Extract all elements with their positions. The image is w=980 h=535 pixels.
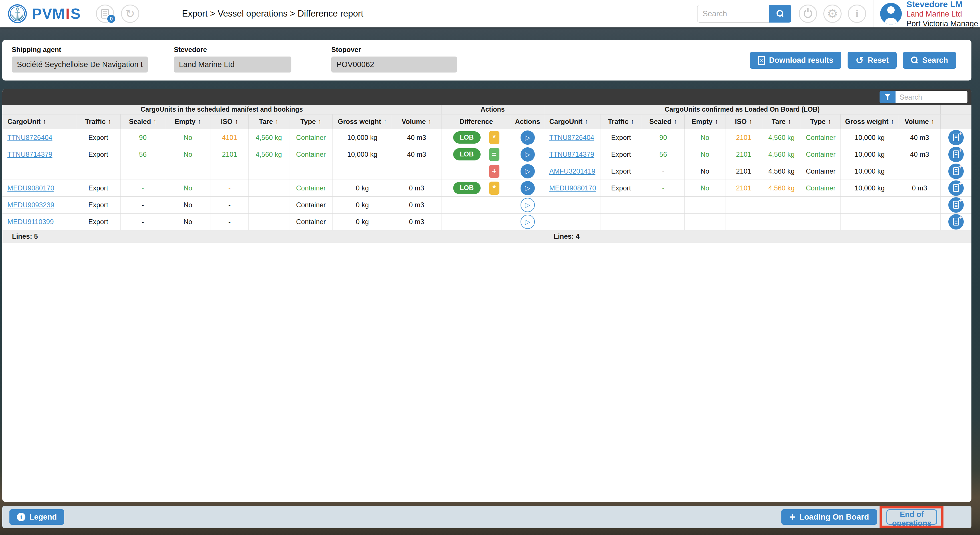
cell: 10,000 kg	[840, 146, 899, 163]
play-icon: ▷	[525, 167, 530, 175]
column-header-traffic[interactable]: Traffic↑	[600, 114, 642, 129]
cell	[642, 213, 684, 230]
group-header-actions: Actions	[441, 105, 544, 114]
notifications-button[interactable]: 0	[96, 5, 114, 23]
table-search-input[interactable]	[896, 91, 967, 103]
cell: 4,560 kg	[762, 146, 801, 163]
reset-button[interactable]: ↺ Reset	[848, 52, 897, 69]
cell	[899, 196, 940, 213]
process-row-button[interactable]: ▷	[520, 215, 535, 229]
cell: Export	[600, 180, 642, 196]
process-row-button[interactable]: ▷	[520, 131, 535, 145]
column-header-empty[interactable]: Empty↑	[165, 114, 211, 129]
process-row-button[interactable]: ▷	[520, 147, 535, 162]
lob-status-badge[interactable]: LOB	[453, 148, 480, 161]
column-header-sealed[interactable]: Sealed↑	[121, 114, 165, 129]
cargo-unit-link[interactable]: TTNU8726404	[8, 134, 52, 141]
settings-button[interactable]: ⚙	[823, 5, 842, 23]
column-header-iso[interactable]: ISO↑	[725, 114, 762, 129]
edit-cell: +	[940, 196, 971, 213]
cargo-unit-link[interactable]: MEDU9080170	[549, 184, 596, 192]
loading-on-board-button[interactable]: + Loading On Board	[781, 509, 877, 525]
sort-arrow-icon: ↑	[828, 118, 831, 125]
column-header-actions: Actions	[511, 114, 544, 129]
column-header-gross-weight[interactable]: Gross weight↑	[840, 114, 899, 129]
difference-equals-badge[interactable]: =	[489, 148, 500, 161]
shipping-agent-input[interactable]	[12, 57, 148, 73]
anchor-logo-icon: ⚓	[8, 4, 27, 23]
difference-cell	[441, 213, 511, 230]
cell	[840, 196, 899, 213]
process-row-button[interactable]: ▷	[520, 181, 535, 195]
cargo-unit-link[interactable]: AMFU3201419	[549, 167, 595, 175]
add-document-button[interactable]: +	[948, 214, 964, 229]
cell	[725, 196, 762, 213]
table-filter-button[interactable]	[880, 91, 896, 103]
global-search-button[interactable]	[769, 5, 791, 22]
info-button[interactable]: i	[848, 5, 866, 23]
cell: 0 kg	[333, 196, 392, 213]
add-document-button[interactable]: +	[948, 130, 964, 145]
cargo-unit-link[interactable]: MEDU9080170	[8, 184, 54, 192]
column-header-tare[interactable]: Tare↑	[248, 114, 290, 129]
column-header-iso[interactable]: ISO↑	[211, 114, 248, 129]
add-document-button[interactable]: +	[948, 164, 964, 179]
download-results-button[interactable]: x Download results	[750, 52, 841, 69]
play-icon: ▷	[525, 184, 530, 192]
column-header-cargounit[interactable]: CargoUnit↑	[2, 114, 76, 129]
cell	[600, 213, 642, 230]
cell: -	[642, 180, 684, 196]
column-header-traffic[interactable]: Traffic↑	[76, 114, 121, 129]
cell: TTNU8714379	[544, 146, 600, 163]
refresh-button[interactable]: ↻	[121, 5, 139, 23]
column-header-type[interactable]: Type↑	[801, 114, 840, 129]
difference-star-badge[interactable]: *	[489, 182, 500, 195]
cargo-unit-link[interactable]: MEDU9110399	[8, 218, 54, 226]
search-button[interactable]: Search	[903, 52, 956, 69]
difference-plus-badge[interactable]: +	[489, 165, 500, 178]
cell: 2101	[211, 146, 248, 163]
column-header-sealed[interactable]: Sealed↑	[642, 114, 684, 129]
column-header-type[interactable]: Type↑	[289, 114, 333, 129]
column-header-empty[interactable]: Empty↑	[685, 114, 725, 129]
stevedore-label: Stevedore	[174, 46, 291, 54]
app-header: ⚓ PVMIS 0 ↻ Export > Vessel operations >…	[0, 0, 980, 27]
breadcrumb: Export > Vessel operations > Difference …	[182, 9, 363, 19]
difference-star-badge[interactable]: *	[489, 131, 500, 144]
column-header-difference: Difference	[441, 114, 511, 129]
cargo-unit-link[interactable]: MEDU9093239	[8, 201, 54, 209]
lob-status-badge[interactable]: LOB	[453, 182, 480, 194]
column-header-volume[interactable]: Volume↑	[392, 114, 441, 129]
cell	[544, 213, 600, 230]
cargo-unit-link[interactable]: TTNU8714379	[8, 150, 52, 158]
add-document-button[interactable]: +	[948, 197, 964, 213]
legend-button[interactable]: i Legend	[10, 509, 64, 525]
logout-button[interactable]	[799, 5, 817, 23]
difference-cell: LOB*	[441, 129, 511, 146]
cell: Container	[289, 180, 333, 196]
add-document-button[interactable]: +	[948, 147, 964, 162]
column-header-tare[interactable]: Tare↑	[762, 114, 801, 129]
sort-arrow-icon: ↑	[198, 118, 201, 125]
cargo-unit-link[interactable]: TTNU8726404	[549, 134, 594, 141]
cell: MEDU9093239	[2, 196, 76, 213]
plus-icon: +	[958, 148, 962, 151]
process-row-button[interactable]: ▷	[520, 164, 535, 178]
column-header-gross-weight[interactable]: Gross weight↑	[333, 114, 392, 129]
stopover-input[interactable]	[331, 57, 457, 73]
column-header-cargounit[interactable]: CargoUnit↑	[544, 114, 600, 129]
table-row: MEDU9080170Export-No-Container0 kg0 m3LO…	[2, 180, 971, 196]
user-menu[interactable]: Stevedore LM Land Marine Ltd Port Victor…	[874, 0, 978, 29]
global-search-input[interactable]	[697, 5, 769, 22]
stevedore-input[interactable]	[174, 57, 291, 73]
lob-status-badge[interactable]: LOB	[453, 131, 480, 143]
cargo-unit-link[interactable]: TTNU8714379	[549, 150, 594, 158]
column-header-volume[interactable]: Volume↑	[899, 114, 940, 129]
add-document-button[interactable]: +	[948, 180, 964, 196]
end-of-operations-button[interactable]: End of operations	[886, 509, 937, 525]
cell: Container	[801, 129, 840, 146]
difference-cell: LOB=	[441, 146, 511, 163]
cell	[762, 213, 801, 230]
process-row-button[interactable]: ▷	[520, 198, 535, 212]
stopover-label: Stopover	[331, 46, 457, 54]
